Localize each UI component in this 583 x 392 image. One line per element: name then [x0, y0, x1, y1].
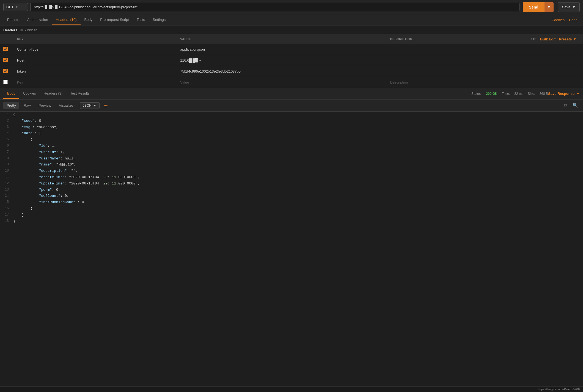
more-options-button[interactable]: •••: [530, 37, 537, 42]
response-tab-cookies[interactable]: Cookies: [19, 89, 40, 99]
copy-button[interactable]: ⧉: [562, 102, 569, 109]
save-label: Save: [562, 5, 570, 9]
line-number: 7: [0, 149, 12, 155]
line-content: "msg": "success",: [12, 124, 583, 131]
line-number: 9: [0, 162, 12, 167]
line-number: 14: [0, 193, 12, 199]
th-value: VALUE: [177, 34, 387, 44]
tab-headers[interactable]: Headers (10): [52, 15, 81, 25]
format-tab-preview[interactable]: Preview: [35, 102, 54, 109]
tab-prerequest[interactable]: Pre-request Script: [96, 15, 133, 25]
code-line: 7 "userId": 1,: [0, 149, 583, 156]
code-line: 15 "instRunningCount": 0: [0, 199, 583, 206]
hidden-count: 7 hidden: [24, 28, 37, 32]
table-row: token 75f1f4c996e1002b13e2fe3d521037b5: [0, 66, 583, 77]
send-dropdown-button[interactable]: ▼: [544, 2, 554, 12]
row4-actions: [527, 77, 583, 88]
json-format-select[interactable]: JSON ▼: [80, 102, 100, 109]
save-response-button[interactable]: Save Response ▼: [548, 92, 580, 96]
tab-headers-badge: (10): [70, 18, 76, 22]
code-line: 2 "code": 0,: [0, 118, 583, 124]
code-line: 18}: [0, 218, 583, 225]
format-tab-raw[interactable]: Raw: [20, 102, 34, 109]
search-button[interactable]: 🔍: [571, 102, 580, 109]
code-line: 4 "data": [: [0, 130, 583, 137]
code-line: 12 "updateTime": "2020-06-16T04: 29: 11.…: [0, 181, 583, 187]
row3-desc-cell: [387, 66, 527, 77]
save-button[interactable]: Save ▼: [558, 2, 580, 12]
line-content: "data": [: [12, 130, 583, 137]
presets-label: Presets: [559, 37, 572, 41]
footer-bar: https://blog.csdn.net/samz5906: [0, 386, 583, 392]
tab-params[interactable]: Params: [3, 15, 23, 25]
tab-tests[interactable]: Tests: [133, 15, 149, 25]
response-tab-body[interactable]: Body: [3, 89, 19, 99]
send-group: Send ▼: [523, 2, 553, 12]
response-tab-test-results[interactable]: Test Results: [66, 89, 94, 99]
request-section: Params Authorization Headers (10) Body P…: [0, 14, 583, 88]
row1-checkbox[interactable]: [3, 47, 8, 51]
main-container: Params Authorization Headers (10) Body P…: [0, 14, 583, 392]
table-row-placeholder: Key Value Description: [0, 77, 583, 88]
code-line: 6 "id": 1,: [0, 143, 583, 149]
format-tab-pretty[interactable]: Pretty: [3, 102, 19, 109]
row2-value: 116.6█ █▉ ~: [180, 58, 201, 62]
row1-check-cell: [0, 44, 14, 55]
format-tab-visualize[interactable]: Visualize: [56, 102, 76, 109]
line-number: 15: [0, 199, 12, 205]
code-line: 5 {: [0, 137, 583, 143]
line-number: 1: [0, 112, 12, 117]
row4-check-cell: [0, 77, 14, 88]
row3-checkbox[interactable]: [3, 69, 8, 73]
row4-key-placeholder: Key: [17, 80, 23, 84]
tab-authorization[interactable]: Authorization: [23, 15, 52, 25]
line-content: "defCount": 0,: [12, 193, 583, 199]
code-line: 1{: [0, 112, 583, 118]
row3-check-cell: [0, 66, 14, 77]
response-meta: Status: 200 OK Time: 82 ms Size: 368 B: [471, 92, 548, 96]
row4-desc-cell[interactable]: Description: [387, 77, 527, 88]
response-tabs: Body Cookies Headers (3) Test Results St…: [0, 88, 583, 100]
line-content: "createTime": "2020-06-16T04: 29: 11.000…: [12, 174, 583, 181]
row3-key-cell: token: [14, 66, 177, 77]
request-tabs: Params Authorization Headers (10) Body P…: [0, 14, 583, 26]
row2-checkbox[interactable]: [3, 58, 8, 62]
tab-settings[interactable]: Settings: [149, 15, 169, 25]
row4-description-placeholder: Description: [390, 80, 408, 84]
method-value: GET: [6, 5, 14, 9]
row3-value: 75f1f4c996e1002b13e2fe3d521037b5: [180, 69, 241, 73]
save-response-chevron-icon: ▼: [576, 92, 580, 96]
send-button[interactable]: Send: [523, 2, 544, 12]
tab-body[interactable]: Body: [81, 15, 97, 25]
line-number: 13: [0, 187, 12, 193]
bulk-edit-button[interactable]: Bulk Edit: [540, 37, 556, 41]
presets-button[interactable]: Presets ▼: [559, 37, 576, 41]
cookies-link[interactable]: Cookies: [549, 17, 567, 23]
row2-key-cell: Host: [14, 55, 177, 66]
row2-key: Host: [17, 58, 24, 62]
row4-key-cell[interactable]: Key: [14, 77, 177, 88]
code-line: 13 "perm": 0,: [0, 187, 583, 193]
code-line: 8 "userName": null,: [0, 156, 583, 162]
row4-value-cell[interactable]: Value: [177, 77, 387, 88]
line-number: 5: [0, 137, 12, 142]
line-content: ]: [12, 212, 583, 218]
status-label: Status:: [471, 92, 482, 96]
format-lines-button[interactable]: ☰: [102, 101, 109, 110]
presets-chevron-icon: ▼: [573, 37, 576, 41]
code-line: 17 ]: [0, 212, 583, 218]
url-input[interactable]: [30, 3, 519, 11]
row4-checkbox[interactable]: [3, 80, 8, 84]
code-link[interactable]: Code: [567, 17, 580, 23]
line-content: "instRunningCount": 0: [12, 199, 583, 206]
method-select[interactable]: GET ▼: [3, 3, 28, 11]
row3-actions: [527, 66, 583, 77]
line-content: "description": "",: [12, 168, 583, 174]
headers-section-title: Headers: [3, 28, 17, 32]
row1-key-cell: Content-Type: [14, 44, 177, 55]
url-bar: GET ▼ Send ▼ Save ▼: [0, 0, 583, 14]
response-tab-headers[interactable]: Headers (3): [40, 89, 67, 99]
line-number: 16: [0, 206, 12, 211]
headers-title-row: Headers 👁 7 hidden: [0, 26, 583, 34]
line-content: "code": 0,: [12, 118, 583, 124]
